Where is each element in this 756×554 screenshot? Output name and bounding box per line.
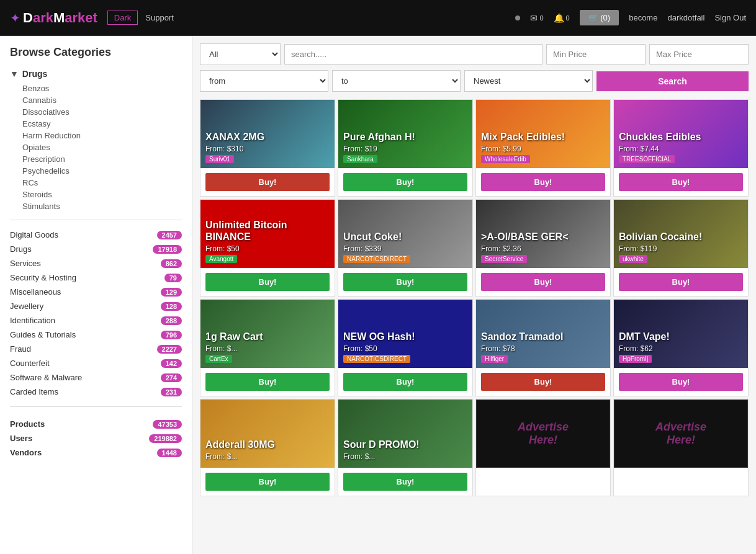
stat-users: Users219882 <box>10 431 182 445</box>
advertise-image: AdvertiseHere! <box>476 400 610 468</box>
product-image: Uncut Coke! From: $339 NARCOTICSDIRECT <box>338 200 472 268</box>
cart-button[interactable]: 🛒 (0) <box>580 10 619 25</box>
buy-button[interactable]: Buy! <box>481 173 605 191</box>
sidebar-item-fraud[interactable]: Fraud2227 <box>10 342 182 356</box>
seller-badge: WholesaleEdib <box>481 155 530 163</box>
product-image: Unlimited Bitcoin BINANCE From: $50 Avan… <box>200 200 335 268</box>
sidebar-item-steroids[interactable]: Steroids <box>22 189 182 200</box>
buy-button[interactable]: Buy! <box>205 173 330 191</box>
messages-button[interactable]: ✉ 0 <box>530 13 543 23</box>
search-input[interactable] <box>284 44 542 65</box>
seller-badge: Avangott <box>205 255 237 263</box>
sort-select[interactable]: Newest Oldest Price: Low to High <box>464 70 593 92</box>
product-overlay: Pure Afghan H! From: $19 Sankhara <box>338 100 472 168</box>
product-title: 1g Raw Cart <box>205 331 330 342</box>
product-overlay: Uncut Coke! From: $339 NARCOTICSDIRECT <box>338 200 472 268</box>
bell-icon: 🔔 <box>554 13 564 23</box>
buy-button[interactable]: Buy! <box>205 273 330 291</box>
darkdotfail-link[interactable]: darkdotfail <box>667 13 704 22</box>
product-price: From: $62 <box>619 344 743 353</box>
product-card[interactable]: Adderall 30MG From: $... Buy! <box>200 399 335 496</box>
sidebar-item-psychedelics[interactable]: Psychedelics <box>22 165 182 177</box>
sidebar-item-counterfeit[interactable]: Counterfeit142 <box>10 356 182 370</box>
product-card[interactable]: Sour D PROMO! From: $... Buy! <box>338 399 473 496</box>
product-title: Uncut Coke! <box>343 231 467 243</box>
search-button[interactable]: Search <box>596 71 749 91</box>
sidebar-item-benzos[interactable]: Benzos <box>22 83 182 94</box>
product-title: Pure Afghan H! <box>343 131 467 143</box>
seller-badge: Suriv01 <box>205 155 234 163</box>
sidebar-item-ecstasy[interactable]: Ecstasy <box>22 118 182 130</box>
notifications-button[interactable]: 🔔 0 <box>554 13 570 23</box>
sidebar-item-cannabis[interactable]: Cannabis <box>22 94 182 106</box>
sidebar-item-rcs[interactable]: RCs <box>22 177 182 189</box>
product-image: >A-OI/BASE GER< From: $2.36 SecretServic… <box>476 200 610 268</box>
product-title: Adderall 30MG <box>205 439 330 450</box>
buy-button[interactable]: Buy! <box>205 373 330 391</box>
product-price: From: $50 <box>343 344 467 353</box>
max-price-input[interactable] <box>649 44 749 65</box>
buy-button[interactable]: Buy! <box>343 173 467 191</box>
dark-mode-button[interactable]: Dark <box>107 11 138 25</box>
seller-badge: SecretService <box>481 255 527 263</box>
product-card[interactable]: Bolivian Cocaine! From: $119 ukwhite Buy… <box>613 199 749 297</box>
advertise-card[interactable]: AdvertiseHere! <box>613 399 749 496</box>
product-card[interactable]: XANAX 2MG From: $310 Suriv01 Buy! <box>200 99 335 197</box>
min-price-input[interactable] <box>546 44 646 65</box>
sidebar-item-services[interactable]: Services862 <box>10 256 182 270</box>
sidebar-item-drugs[interactable]: Drugs17918 <box>10 242 182 256</box>
product-title: Sandoz Tramadol <box>481 331 605 342</box>
product-price: From: $19 <box>343 145 467 153</box>
sidebar-item-software-&-malware[interactable]: Software & Malware274 <box>10 370 182 385</box>
product-price: From: $2.36 <box>481 244 605 253</box>
advertise-text: AdvertiseHere! <box>655 421 706 447</box>
to-select[interactable]: to <box>332 70 461 92</box>
sidebar-item-opiates[interactable]: Opiates <box>22 141 182 153</box>
buy-button[interactable]: Buy! <box>205 473 330 491</box>
product-card[interactable]: Chuckles Edibles From: $7.44 TREESOFFICI… <box>613 99 749 197</box>
sidebar-item-prescription[interactable]: Prescription <box>22 153 182 165</box>
seller-badge: HpFromIj <box>619 355 652 363</box>
sidebar-item-dissociatives[interactable]: Dissociatives <box>22 106 182 118</box>
product-title: XANAX 2MG <box>205 131 330 143</box>
signout-link[interactable]: Sign Out <box>714 13 746 22</box>
product-title: >A-OI/BASE GER< <box>481 231 605 243</box>
search-bar-row2: from to Newest Oldest Price: Low to High… <box>200 70 749 92</box>
product-card[interactable]: NEW OG Hash! From: $50 NARCOTICSDIRECT B… <box>338 299 473 396</box>
become-link[interactable]: become <box>629 13 657 22</box>
product-card[interactable]: DMT Vape! From: $62 HpFromIj Buy! <box>613 299 749 396</box>
sidebar-item-jewellery[interactable]: Jewellery128 <box>10 299 182 313</box>
drugs-category-header[interactable]: ▼ Drugs <box>10 69 182 79</box>
product-card[interactable]: >A-OI/BASE GER< From: $2.36 SecretServic… <box>475 199 611 297</box>
support-link[interactable]: Support <box>145 13 174 22</box>
product-card[interactable]: 1g Raw Cart From: $... CartEx Buy! <box>200 299 335 396</box>
product-card[interactable]: Uncut Coke! From: $339 NARCOTICSDIRECT B… <box>338 199 473 297</box>
sidebar-item-stimulants[interactable]: Stimulants <box>22 200 182 212</box>
product-card[interactable]: Unlimited Bitcoin BINANCE From: $50 Avan… <box>200 199 335 297</box>
sidebar-item-digital-goods[interactable]: Digital Goods2457 <box>10 228 182 242</box>
stat-products: Products47353 <box>10 417 182 431</box>
sidebar-item-carded-items[interactable]: Carded Items231 <box>10 385 182 399</box>
product-card[interactable]: Mix Pack Edibles! From: $5.99 WholesaleE… <box>475 99 611 197</box>
buy-button[interactable]: Buy! <box>343 273 467 291</box>
buy-button[interactable]: Buy! <box>619 173 743 191</box>
sidebar-item-identification[interactable]: Identification288 <box>10 313 182 328</box>
sidebar-item-harm-reduction[interactable]: Harm Reduction <box>22 130 182 141</box>
buy-button[interactable]: Buy! <box>343 473 467 491</box>
category-select[interactable]: All Drugs Digital Goods Services <box>200 43 281 65</box>
drugs-subcategories: Benzos Cannabis Dissociatives Ecstasy Ha… <box>10 83 182 212</box>
product-card[interactable]: Pure Afghan H! From: $19 Sankhara Buy! <box>338 99 473 197</box>
product-price: From: $... <box>343 452 467 461</box>
from-select[interactable]: from <box>200 70 328 92</box>
buy-button[interactable]: Buy! <box>481 373 605 391</box>
buy-button[interactable]: Buy! <box>619 273 743 291</box>
buy-button[interactable]: Buy! <box>481 273 605 291</box>
product-image: NEW OG Hash! From: $50 NARCOTICSDIRECT <box>338 300 472 368</box>
buy-button[interactable]: Buy! <box>619 373 743 391</box>
sidebar-item-guides-&-tutorials[interactable]: Guides & Tutorials796 <box>10 328 182 342</box>
buy-button[interactable]: Buy! <box>343 373 467 391</box>
sidebar-item-miscellaneous[interactable]: Miscellaneous129 <box>10 285 182 299</box>
product-card[interactable]: Sandoz Tramadol From: $78 Hilfiger Buy! <box>475 299 611 396</box>
sidebar-item-security-&-hosting[interactable]: Security & Hosting79 <box>10 270 182 285</box>
advertise-card[interactable]: AdvertiseHere! <box>475 399 611 496</box>
